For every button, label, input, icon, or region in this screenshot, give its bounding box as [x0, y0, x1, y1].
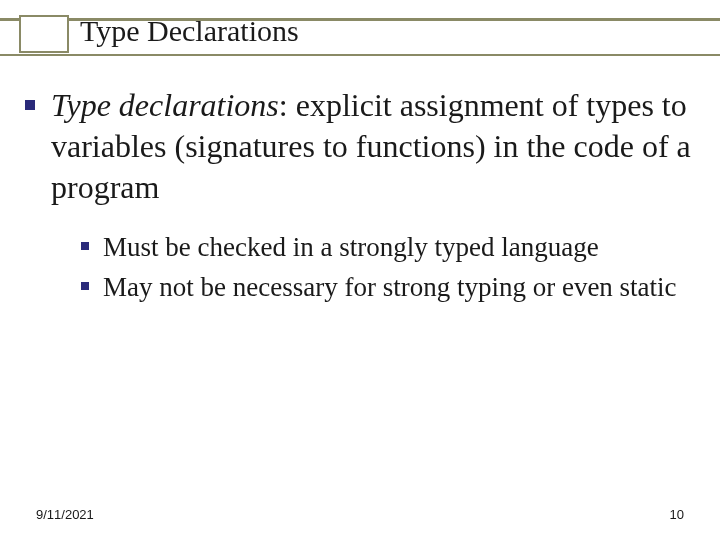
- sub-bullet-text: May not be necessary for strong typing o…: [103, 270, 677, 305]
- slide-title: Type Declarations: [80, 14, 299, 48]
- main-bullet-text: Type declarations: explicit assignment o…: [51, 85, 695, 208]
- title-rule-bottom: [0, 54, 720, 57]
- title-bar: Type Declarations: [0, 8, 720, 60]
- slide-content: Type declarations: explicit assignment o…: [25, 85, 695, 311]
- sub-bullet-text: Must be checked in a strongly typed lang…: [103, 230, 599, 265]
- sub-bullet-list: Must be checked in a strongly typed lang…: [81, 230, 695, 305]
- term-italic: Type declarations: [51, 87, 279, 123]
- footer-date: 9/11/2021: [36, 507, 94, 522]
- footer-page-number: 10: [670, 507, 684, 522]
- main-bullet-item: Type declarations: explicit assignment o…: [25, 85, 695, 208]
- sub-bullet-item: May not be necessary for strong typing o…: [81, 270, 695, 305]
- sub-bullet-item: Must be checked in a strongly typed lang…: [81, 230, 695, 265]
- square-bullet-icon: [81, 282, 89, 290]
- square-bullet-icon: [25, 100, 35, 110]
- square-bullet-icon: [81, 242, 89, 250]
- title-box-icon: [19, 15, 69, 53]
